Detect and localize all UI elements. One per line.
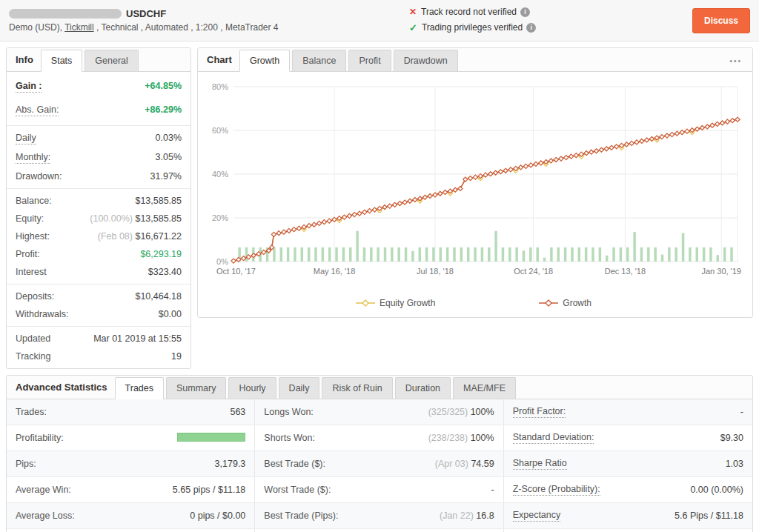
tab-hourly[interactable]: Hourly [228, 377, 276, 399]
stat-row-balance: Balance:$13,585.85 [7, 192, 190, 210]
info-icon[interactable]: i [520, 7, 530, 17]
table-row: Lots :112.60Worst Trade (Pips):-AHPR:0.0… [7, 529, 752, 532]
privileges-label: Trading privileges verified [422, 21, 523, 36]
stat-value-main: $323.40 [148, 267, 182, 277]
stat-value: 19 [171, 351, 182, 362]
stat-group: Gain :+64.85%Abs. Gain:+86.29% [7, 72, 190, 126]
table-row: Trades:563Longs Won:(325/325) 100%Profit… [7, 399, 752, 425]
stat-value-main: 19 [171, 351, 182, 362]
stat-value-main: 31.97% [150, 171, 182, 182]
stat-label: Deposits: [16, 291, 54, 302]
stat-label: Expectancy [513, 510, 561, 522]
stat-value: 0.00 (0.00%) [690, 485, 743, 495]
tab-balance[interactable]: Balance [292, 50, 346, 72]
main-row: Info StatsGeneral Gain :+64.85%Abs. Gain… [0, 41, 759, 369]
discuss-button[interactable]: Discuss [692, 8, 750, 33]
stat-value: - [491, 485, 494, 495]
stat-value: 31.97% [150, 171, 182, 182]
legend-item-equity-growth[interactable]: Equity Growth [356, 298, 435, 308]
stat-label: Trades: [16, 407, 47, 417]
stat-row-equity: Equity:(100.00%) $13,585.85 [7, 210, 190, 227]
svg-text:0%: 0% [216, 257, 228, 266]
tab-daily[interactable]: Daily [279, 377, 320, 399]
more-options-icon[interactable]: ••• [725, 51, 746, 71]
stat-row-interest: Interest$323.40 [7, 263, 190, 281]
stat-value-main: Mar 01 2019 at 15:55 [93, 333, 182, 344]
stat-value-main: $0.00 [159, 309, 182, 319]
growth-chart: 0%20%40%60%80%Oct 10, '17May 16, '18Jul … [198, 72, 752, 317]
stat-value: +64.85% [145, 81, 182, 91]
track-record-label: Track record not verified [421, 5, 517, 20]
info-icon[interactable]: i [526, 23, 536, 33]
stat-value-main: 5.6 Pips / $11.18 [675, 511, 743, 521]
table-row: Average Loss:0 pips / $0.00Best Trade (P… [7, 503, 752, 529]
stat-label: Updated [16, 333, 50, 344]
stat-row-updated: UpdatedMar 01 2019 at 15:55 [7, 330, 190, 348]
svg-text:40%: 40% [212, 170, 228, 179]
stat-value-prefix: (Apr 03) [435, 459, 471, 469]
stat-value: $323.40 [148, 267, 182, 277]
stat-label: Interest [16, 267, 47, 277]
tab-general[interactable]: General [84, 50, 138, 72]
info-sidebar-panel: Info StatsGeneral Gain :+64.85%Abs. Gain… [6, 47, 191, 369]
tab-drawdown[interactable]: Drawdown [394, 50, 458, 72]
stat-cell-z-score-probability: Z-Score (Probability):0.00 (0.00%) [504, 477, 752, 502]
stat-value-prefix: (Jan 22) [440, 511, 476, 521]
stat-value: 0 pips / $0.00 [190, 511, 245, 521]
svg-text:Jan 30, '19: Jan 30, '19 [701, 267, 740, 276]
tab-duration[interactable]: Duration [395, 377, 451, 399]
stat-value-main: +86.29% [145, 104, 182, 115]
stat-label: Best Trade (Pips): [264, 511, 338, 521]
stat-label: Profitability: [16, 433, 64, 443]
stat-value-main: 1.03 [726, 459, 743, 469]
tab-growth[interactable]: Growth [239, 50, 290, 72]
legend-item-growth[interactable]: Growth [539, 298, 591, 308]
stat-row-drawdown: Drawdown:31.97% [7, 167, 190, 185]
stat-label: Worst Trade ($): [264, 485, 331, 495]
stat-value-main: $13,585.85 [135, 213, 182, 224]
stat-row-abs-gain: Abs. Gain:+86.29% [7, 99, 190, 122]
account-stats-list: Gain :+64.85%Abs. Gain:+86.29%Daily0.03%… [7, 72, 190, 368]
stat-value: (100.00%) $13,585.85 [90, 213, 182, 224]
stat-value: +86.29% [145, 104, 182, 115]
stat-row-profit: Profit:$6,293.19 [7, 245, 190, 263]
stat-label: Highest: [16, 231, 50, 242]
stat-label: Drawdown: [16, 171, 62, 182]
stat-value: $0.00 [159, 309, 182, 319]
stat-label: Longs Won: [264, 407, 313, 417]
sidebar-tabbar: Info StatsGeneral [7, 48, 190, 72]
tab-profit[interactable]: Profit [348, 50, 391, 72]
stat-value-main: 3.05% [156, 152, 182, 162]
stat-cell-worst-trade: Worst Trade ($):- [255, 477, 503, 502]
tab-risk-of-ruin[interactable]: Risk of Ruin [322, 377, 392, 399]
tab-mae-mfe[interactable]: MAE/MFE [453, 377, 516, 399]
tab-trades[interactable]: Trades [115, 377, 164, 399]
stat-cell-average-win: Average Win:5.65 pips / $11.18 [7, 477, 255, 502]
advanced-statistics-panel: Advanced Statistics TradesSummaryHourlyD… [6, 375, 753, 532]
stat-group: Balance:$13,585.85Equity:(100.00%) $13,5… [7, 189, 190, 285]
stat-cell-best-trade-pips: Best Trade (Pips):(Jan 22) 16.8 [255, 503, 503, 528]
stat-label: Average Loss: [16, 511, 75, 521]
stat-value: (Jan 22) 16.8 [440, 511, 494, 521]
stat-label: Z-Score (Probability): [513, 484, 600, 496]
stat-value: 5.6 Pips / $11.18 [675, 511, 743, 521]
stat-value-main: $9.30 [720, 433, 743, 443]
table-row: Average Win:5.65 pips / $11.18Worst Trad… [7, 477, 752, 503]
stat-label: Withdrawals: [16, 309, 69, 319]
svg-text:Dec 13, '18: Dec 13, '18 [605, 267, 646, 276]
stat-value-main: $10,464.18 [135, 291, 182, 302]
stat-row-deposits: Deposits:$10,464.18 [7, 287, 190, 305]
legend-marker-icon [356, 299, 375, 307]
stat-cell-shorts-won: Shorts Won:(238/238) 100% [255, 425, 503, 450]
stat-label: Standard Deviation: [513, 432, 594, 444]
broker-link[interactable]: Tickmill [64, 22, 94, 33]
tab-stats[interactable]: Stats [41, 50, 83, 72]
stat-value [177, 433, 245, 444]
stat-value: $6,293.19 [140, 249, 182, 259]
stat-value-main: $13,585.85 [135, 196, 182, 206]
stat-cell-pips: Pips:3,179.3 [7, 451, 255, 476]
tab-summary[interactable]: Summary [166, 377, 226, 399]
stat-row-gain: Gain :+64.85% [7, 75, 190, 99]
verification-status: ✕ Track record not verified i ✓ Trading … [409, 5, 692, 36]
profitability-bar [177, 433, 245, 442]
